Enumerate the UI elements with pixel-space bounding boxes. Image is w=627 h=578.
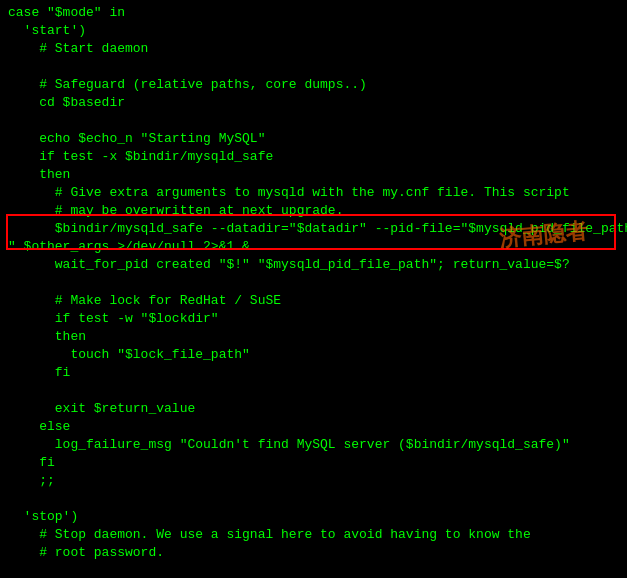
code-line <box>8 382 619 400</box>
code-line <box>8 274 619 292</box>
code-line: fi <box>8 454 619 472</box>
code-line: then <box>8 166 619 184</box>
code-line: # Start daemon <box>8 40 619 58</box>
code-line: # may be overwritten at next upgrade. <box>8 202 619 220</box>
code-container: case "$mode" in 'start') # Start daemon … <box>0 0 627 578</box>
code-line: # Stop daemon. We use a signal here to a… <box>8 526 619 544</box>
code-line <box>8 58 619 76</box>
code-line <box>8 562 619 578</box>
code-line: # Give extra arguments to mysqld with th… <box>8 184 619 202</box>
code-line: $bindir/mysqld_safe --datadir="$datadir"… <box>8 220 619 238</box>
code-line: if test -x $bindir/mysqld_safe <box>8 148 619 166</box>
code-line: touch "$lock_file_path" <box>8 346 619 364</box>
code-line: log_failure_msg "Couldn't find MySQL ser… <box>8 436 619 454</box>
code-line: if test -w "$lockdir" <box>8 310 619 328</box>
code-line: " $other_args >/dev/null 2>&1 & <box>8 238 619 256</box>
code-line: exit $return_value <box>8 400 619 418</box>
code-line: ;; <box>8 472 619 490</box>
code-line: cd $basedir <box>8 94 619 112</box>
code-content: case "$mode" in 'start') # Start daemon … <box>8 4 619 578</box>
code-line <box>8 112 619 130</box>
code-line <box>8 490 619 508</box>
code-line: 'stop') <box>8 508 619 526</box>
code-line: 'start') <box>8 22 619 40</box>
code-line: # Safeguard (relative paths, core dumps.… <box>8 76 619 94</box>
code-line: # Make lock for RedHat / SuSE <box>8 292 619 310</box>
code-line: # root password. <box>8 544 619 562</box>
code-line: fi <box>8 364 619 382</box>
code-line: echo $echo_n "Starting MySQL" <box>8 130 619 148</box>
code-line: then <box>8 328 619 346</box>
code-line: else <box>8 418 619 436</box>
code-line: case "$mode" in <box>8 4 619 22</box>
code-line: wait_for_pid created "$!" "$mysqld_pid_f… <box>8 256 619 274</box>
